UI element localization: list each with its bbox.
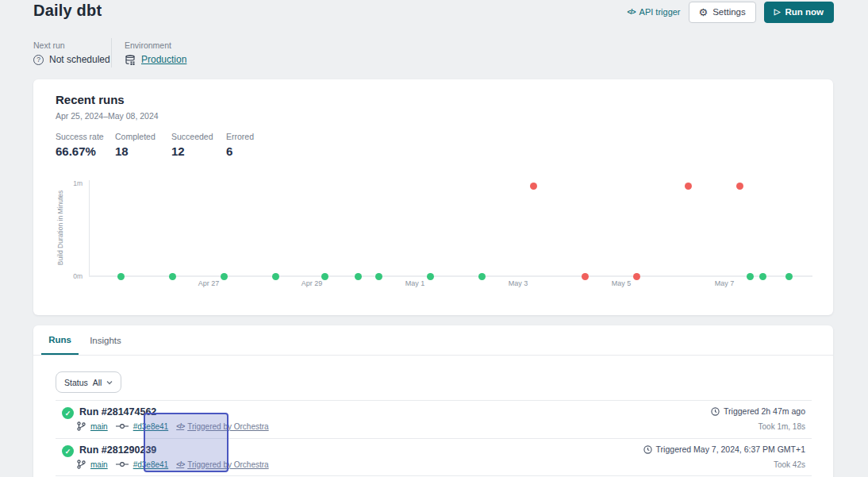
run-now-button[interactable]: ▷ Run now xyxy=(764,2,834,23)
code-icon: </> xyxy=(176,422,184,430)
commit-link[interactable]: #d3e8e41 xyxy=(133,422,169,431)
trigger-text: Triggered by Orchestra xyxy=(187,422,268,431)
run-id: Run #281290239 xyxy=(79,444,156,456)
tabs-divider xyxy=(33,355,833,356)
next-run-text: Not scheduled xyxy=(49,54,110,65)
branch-link[interactable]: main xyxy=(90,422,108,431)
run-dot-succeeded[interactable] xyxy=(355,273,362,280)
settings-button[interactable]: ⚙ Settings xyxy=(689,2,756,23)
next-run-label: Next run xyxy=(33,40,65,50)
clock-icon xyxy=(711,407,720,416)
branch-link[interactable]: main xyxy=(90,460,108,469)
environment-value: Production xyxy=(125,54,186,65)
duration-chart: Build Duration in Minutes 1m0mApr 27Apr … xyxy=(33,79,833,315)
api-trigger-label: API trigger xyxy=(639,7,681,17)
run-row[interactable]: ✓ Run #281474562 main #d3e8e41 </> Trigg… xyxy=(33,401,833,438)
tab-runs[interactable]: Runs xyxy=(41,325,79,355)
chart-x-tick: May 1 xyxy=(405,279,425,287)
run-meta: main #d3e8e41 </> Triggered by Orchestra xyxy=(77,421,269,431)
api-trigger-link[interactable]: </> API trigger xyxy=(628,7,681,17)
run-timing: Triggered 2h 47m ago Took 1m, 18s xyxy=(711,406,805,431)
run-dot-errored[interactable] xyxy=(685,183,692,190)
trigger-link[interactable]: </> Triggered by Orchestra xyxy=(176,460,268,469)
success-check-icon: ✓ xyxy=(62,407,74,419)
run-dot-errored[interactable] xyxy=(736,183,743,190)
chart-y-axis xyxy=(89,180,90,277)
chevron-down-icon xyxy=(106,379,113,386)
took-text: Took 42s xyxy=(643,460,805,469)
code-icon: </> xyxy=(628,8,636,16)
row-divider xyxy=(56,475,812,476)
code-icon: </> xyxy=(176,460,184,468)
environment-link[interactable]: Production xyxy=(141,54,186,65)
run-dot-succeeded[interactable] xyxy=(169,273,176,280)
run-dot-succeeded[interactable] xyxy=(375,273,382,280)
environment-label: Environment xyxy=(125,40,171,50)
run-dot-succeeded[interactable] xyxy=(117,273,125,280)
run-dot-succeeded[interactable] xyxy=(221,273,228,280)
chart-x-tick: Apr 27 xyxy=(198,279,220,287)
run-dot-succeeded[interactable] xyxy=(321,273,328,280)
chart-x-tick: May 5 xyxy=(612,279,632,287)
run-dot-succeeded[interactable] xyxy=(478,273,486,280)
settings-label: Settings xyxy=(712,7,746,17)
commit-link[interactable]: #d3e8e41 xyxy=(133,460,169,469)
status-filter-value: All xyxy=(93,378,102,387)
run-id: Run #281474562 xyxy=(79,406,156,417)
run-meta: main #d3e8e41 </> Triggered by Orchestra xyxy=(77,460,269,469)
question-circle-icon: ? xyxy=(33,55,44,65)
runs-card: Runs Insights Status All ✓ Run #28147456… xyxy=(33,325,833,477)
page-title: Daily dbt xyxy=(33,2,102,20)
triggered-text: Triggered May 7, 2024, 6:37 PM GMT+1 xyxy=(656,444,805,454)
git-commit-icon xyxy=(116,461,129,467)
run-dot-errored[interactable] xyxy=(582,273,589,280)
chart-y-tick: 1m xyxy=(48,179,83,187)
trigger-text: Triggered by Orchestra xyxy=(187,460,268,469)
run-dot-errored[interactable] xyxy=(530,183,537,190)
status-filter-button[interactable]: Status All xyxy=(56,371,121,393)
next-run-value: ? Not scheduled xyxy=(33,54,110,65)
run-dot-succeeded[interactable] xyxy=(272,273,279,280)
took-text: Took 1m, 18s xyxy=(711,422,805,431)
chart-x-tick: Apr 29 xyxy=(301,279,323,287)
chart-x-tick: May 3 xyxy=(509,279,528,287)
recent-runs-card: Recent runs Apr 25, 2024–May 08, 2024 Su… xyxy=(33,79,833,315)
meta-divider xyxy=(111,38,112,67)
run-row[interactable]: ✓ Run #281290239 main #d3e8e41 </> Trigg… xyxy=(33,439,833,476)
chart-x-tick: May 7 xyxy=(715,279,735,287)
git-branch-icon xyxy=(77,460,86,469)
run-dot-succeeded[interactable] xyxy=(427,273,434,280)
run-dot-succeeded[interactable] xyxy=(785,273,793,280)
triggered-text: Triggered 2h 47m ago xyxy=(724,406,805,416)
status-filter-label: Status xyxy=(64,378,88,387)
run-timing: Triggered May 7, 2024, 6:37 PM GMT+1 Too… xyxy=(643,444,805,469)
run-dot-errored[interactable] xyxy=(633,273,640,280)
chart-x-axis xyxy=(89,275,812,277)
trigger-link[interactable]: </> Triggered by Orchestra xyxy=(176,422,268,431)
run-dot-succeeded[interactable] xyxy=(759,273,766,280)
header-actions: </> API trigger ⚙ Settings ▷ Run now xyxy=(628,1,834,23)
tab-insights[interactable]: Insights xyxy=(83,325,129,355)
success-check-icon: ✓ xyxy=(62,445,74,457)
run-now-label: Run now xyxy=(785,7,824,17)
git-branch-icon xyxy=(77,421,86,431)
chart-y-tick: 0m xyxy=(48,272,83,280)
gear-icon: ⚙ xyxy=(699,7,709,17)
git-commit-icon xyxy=(116,423,129,429)
run-dot-succeeded[interactable] xyxy=(747,273,754,280)
environment-icon xyxy=(125,54,136,65)
play-icon: ▷ xyxy=(774,8,781,16)
tabs-row: Runs Insights xyxy=(33,325,833,355)
clock-icon xyxy=(643,445,652,454)
